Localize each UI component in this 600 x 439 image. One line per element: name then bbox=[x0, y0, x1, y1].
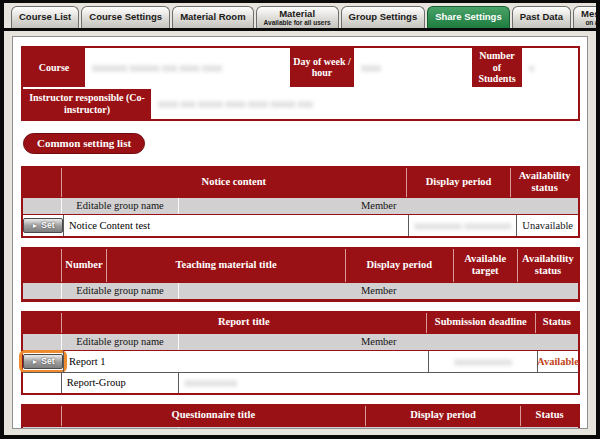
notice-period-cell: xxxxxxxxx xxxxxxxxx bbox=[408, 215, 516, 236]
header-availability-status: Availability status bbox=[510, 168, 578, 197]
set-button-cell: ►Set bbox=[23, 351, 63, 372]
set-button-notice[interactable]: ►Set bbox=[23, 218, 63, 233]
redacted-text: xxxxxxx xxxxxx xxx xxxx xxxx bbox=[92, 62, 222, 73]
subheader-empty bbox=[23, 427, 61, 430]
subheader-member: Member bbox=[178, 427, 578, 430]
tab-label: Material Room bbox=[180, 12, 245, 22]
header-empty bbox=[23, 249, 61, 282]
report-status-cell: Available bbox=[537, 351, 578, 372]
course-info-box: Course xxxxxxx xxxxxx xxx xxxx xxxx Day … bbox=[21, 46, 580, 121]
students-count-value: x bbox=[522, 48, 578, 87]
set-button-label: Set bbox=[41, 356, 54, 366]
questionnaire-table-subheader: Editable group name Member bbox=[23, 426, 578, 430]
tab-label: Past Data bbox=[520, 12, 563, 22]
subheader-empty bbox=[23, 334, 61, 350]
header-empty bbox=[23, 406, 61, 426]
report-group-name-cell: Report-Group bbox=[61, 372, 179, 393]
report-group-member-cell: xxxxxxxxxx bbox=[178, 372, 578, 393]
tab-past-data[interactable]: Past Data bbox=[512, 6, 571, 28]
set-button-report[interactable]: ►Set bbox=[23, 354, 63, 369]
subheader-member: Member bbox=[178, 198, 578, 214]
header-display-period: Display period bbox=[365, 406, 520, 426]
day-of-week-value: xxxx bbox=[354, 48, 472, 87]
header-report-title: Report title bbox=[61, 313, 426, 333]
tab-sublabel: on a class bbox=[585, 19, 596, 26]
students-count-label: Number of Students bbox=[472, 48, 522, 87]
tab-label: Message bbox=[581, 9, 596, 19]
notice-title-cell: Notice Content test bbox=[63, 215, 408, 236]
header-number: Number bbox=[61, 249, 107, 282]
tab-label: Course List bbox=[19, 12, 71, 22]
tab-course-settings[interactable]: Course Settings bbox=[81, 6, 170, 28]
tab-message[interactable]: Message on a class bbox=[573, 6, 596, 28]
redacted-text: xxxxxxxxx xxxxxxxxx bbox=[414, 220, 511, 231]
redacted-text: xxxxxxxxxxx bbox=[454, 356, 512, 367]
report-table-subheader: Editable group name Member bbox=[23, 333, 578, 351]
play-icon: ► bbox=[31, 222, 38, 229]
notice-table-row: ►Set Notice Content test xxxxxxxxx xxxxx… bbox=[23, 215, 578, 236]
notice-table: Notice content Display period Availabili… bbox=[21, 166, 580, 238]
tab-material-all-users[interactable]: Material Available for all users bbox=[256, 6, 339, 28]
tab-sublabel: Available for all users bbox=[264, 19, 331, 26]
notice-status-cell: Unavailable bbox=[516, 215, 578, 236]
tab-label: Course Settings bbox=[89, 12, 162, 22]
header-display-period: Display period bbox=[345, 249, 453, 282]
header-notice-content: Notice content bbox=[61, 168, 406, 197]
subheader-member: Member bbox=[178, 283, 578, 299]
empty-cell bbox=[23, 372, 61, 393]
header-questionnaire-title: Questionnaire title bbox=[61, 406, 365, 426]
notice-table-header: Notice content Display period Availabili… bbox=[23, 168, 578, 197]
subheader-member: Member bbox=[178, 334, 578, 350]
header-empty bbox=[23, 168, 61, 197]
header-display-period: Display period bbox=[406, 168, 510, 197]
report-deadline-cell: xxxxxxxxxxx bbox=[428, 351, 537, 372]
material-table-subheader: Editable group name Member bbox=[23, 282, 578, 300]
report-table-header: Report title Submission deadline Status bbox=[23, 313, 578, 333]
report-table: Report title Submission deadline Status … bbox=[21, 311, 580, 395]
instructor-value: xxxx xxx xxxxx xxxx xxxx xxxxx xxx bbox=[151, 89, 578, 119]
material-table-header: Number Teaching material title Display p… bbox=[23, 249, 578, 282]
tab-label: Share Settings bbox=[435, 12, 502, 22]
set-button-cell: ►Set bbox=[23, 215, 63, 236]
content-panel: Course xxxxxxx xxxxxx xxx xxxx xxxx Day … bbox=[12, 36, 588, 429]
tab-bar: Course List Course Settings Material Roo… bbox=[4, 3, 596, 31]
tab-label: Group Settings bbox=[349, 12, 418, 22]
tab-share-settings[interactable]: Share Settings bbox=[427, 6, 510, 28]
subheader-editable-group: Editable group name bbox=[61, 427, 179, 430]
header-submission-deadline: Submission deadline bbox=[426, 313, 535, 333]
redacted-text: xxxx bbox=[361, 62, 381, 73]
tab-label: Material bbox=[279, 9, 315, 19]
tab-material-room[interactable]: Material Room bbox=[172, 6, 253, 28]
report-group-row: Report-Group xxxxxxxxxx bbox=[23, 372, 578, 393]
play-icon: ► bbox=[31, 358, 38, 365]
redacted-text: xxxxxxxxxx bbox=[184, 377, 237, 388]
course-info-row-2: Instructor responsible (Co-instructor) x… bbox=[23, 87, 578, 119]
subheader-editable-group: Editable group name bbox=[61, 198, 179, 214]
header-material-title: Teaching material title bbox=[106, 249, 345, 282]
header-status: Status bbox=[535, 313, 578, 333]
report-table-row: ►Set Report 1 xxxxxxxxxxx Available bbox=[23, 351, 578, 372]
course-value: xxxxxxx xxxxxx xxx xxxx xxxx bbox=[85, 48, 290, 87]
subheader-editable-group: Editable group name bbox=[61, 334, 179, 350]
subheader-empty bbox=[23, 198, 61, 214]
subheader-empty bbox=[23, 283, 61, 299]
header-available-target: Available target bbox=[453, 249, 517, 282]
redacted-text: x bbox=[529, 62, 534, 73]
common-setting-list-button[interactable]: Common setting list bbox=[23, 133, 145, 154]
course-label: Course bbox=[23, 48, 85, 87]
tab-group-settings[interactable]: Group Settings bbox=[341, 6, 426, 28]
questionnaire-table-header: Questionnaire title Display period Statu… bbox=[23, 406, 578, 426]
subheader-editable-group: Editable group name bbox=[61, 283, 179, 299]
set-button-label: Set bbox=[41, 220, 54, 230]
page: Course List Course Settings Material Roo… bbox=[4, 3, 596, 435]
report-title-cell: Report 1 bbox=[63, 351, 428, 372]
course-info-row-1: Course xxxxxxx xxxxxx xxx xxxx xxxx Day … bbox=[23, 48, 578, 87]
material-table: Number Teaching material title Display p… bbox=[21, 247, 580, 302]
notice-table-subheader: Editable group name Member bbox=[23, 197, 578, 215]
tab-course-list[interactable]: Course List bbox=[11, 6, 79, 28]
header-status: Status bbox=[520, 406, 578, 426]
header-availability-status: Availability status bbox=[517, 249, 578, 282]
instructor-label: Instructor responsible (Co-instructor) bbox=[23, 89, 151, 119]
day-of-week-label: Day of week / hour bbox=[290, 48, 354, 87]
redacted-text: xxxx xxx xxxxx xxxx xxxx xxxxx xxx bbox=[158, 98, 313, 109]
